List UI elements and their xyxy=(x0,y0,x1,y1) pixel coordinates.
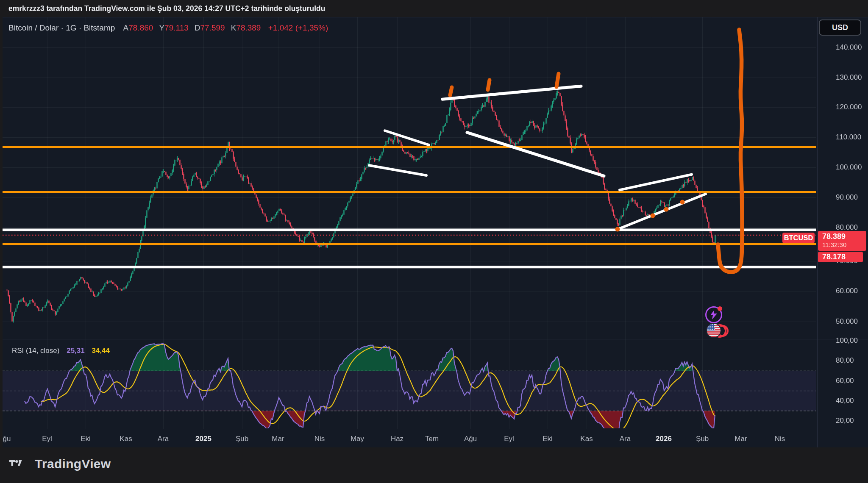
time-axis-label: Mar xyxy=(272,435,284,443)
time-axis-label: Mar xyxy=(734,435,747,443)
time-axis-label: Haz xyxy=(391,435,403,443)
price-axis-label: 110.000 xyxy=(836,133,861,142)
price-axis-label: 90.000 xyxy=(836,193,858,202)
change-value: +1.042 (+1,35%) xyxy=(268,23,328,32)
time-axis-label: Ara xyxy=(620,435,631,443)
rsi-title: RSI (14, close) xyxy=(12,347,59,355)
tradingview-brand[interactable]: TradingView xyxy=(9,457,111,471)
ohlc-value: 78.860 xyxy=(128,23,153,32)
attribution-text: emrkrzzz3 tarafından TradingView.com ile… xyxy=(8,4,325,13)
symbol-title: Bitcoin / Dolar · 1G · Bitstamp xyxy=(8,23,115,32)
time-axis-label: Tem xyxy=(425,435,439,443)
time-axis-label: ğu xyxy=(3,435,11,443)
currency-toggle-button[interactable]: USD xyxy=(819,19,861,36)
time-axis-label: Eki xyxy=(542,435,553,443)
symbol-price-tag: BTCUSD xyxy=(782,233,815,243)
symbol-legend: Bitcoin / Dolar · 1G · Bitstamp A78.860Y… xyxy=(8,23,328,33)
ohlc-value: 78.389 xyxy=(236,23,261,32)
rsi-legend: RSI (14, close) 25,31 34,44 xyxy=(12,347,110,355)
rsi-axis-label: 40,00 xyxy=(836,397,854,405)
time-axis-label: Kas xyxy=(120,435,132,443)
time-axis-label: Nis xyxy=(775,435,785,443)
time-axis-label: Kas xyxy=(580,435,593,443)
rsi-axis-label: 20,00 xyxy=(836,416,854,425)
last-price-tag: 78.389 11:32:30 xyxy=(818,231,866,251)
price-axis-label: 60.000 xyxy=(836,287,858,295)
rsi-axis-label: 60,00 xyxy=(836,377,854,385)
secondary-price-tag: 78.178 xyxy=(818,252,863,262)
price-axis-label: 130.000 xyxy=(836,73,862,82)
time-axis-label: Ağu xyxy=(464,435,477,443)
time-axis-label: Ara xyxy=(158,435,169,443)
tradingview-wordmark: TradingView xyxy=(35,457,111,471)
price-axis-label: 140.000 xyxy=(836,43,862,52)
notification-dot xyxy=(718,306,722,311)
ohlc-label: D xyxy=(195,23,200,32)
price-axis-label: 80.000 xyxy=(836,223,858,232)
last-price-value: 78.389 xyxy=(822,232,866,241)
rsi-value: 25,31 xyxy=(67,347,85,355)
time-axis-label: Nis xyxy=(314,435,325,443)
time-axis-label: Eki xyxy=(81,435,91,443)
ohlc-values: A78.860Y79.113D77.599K78.389 xyxy=(117,23,261,32)
tradingview-snapshot: emrkrzzz3 tarafından TradingView.com ile… xyxy=(0,0,868,483)
time-axis-label: Şub xyxy=(696,435,709,443)
rsi-axis-label: 100,00 xyxy=(836,336,858,345)
price-axis-label: 120.000 xyxy=(836,103,862,111)
time-axis-label: Eyl xyxy=(42,435,52,443)
time-axis-label: May xyxy=(351,435,364,443)
time-axis-label: Eyl xyxy=(504,435,514,443)
ohlc-label: K xyxy=(231,23,236,32)
price-axis-label: 50.000 xyxy=(836,317,858,326)
footer-bar: TradingView xyxy=(0,447,868,483)
ohlc-value: 79.113 xyxy=(164,23,189,32)
tradingview-logo-icon xyxy=(9,458,29,470)
lightning-reaction-icon[interactable] xyxy=(705,306,722,323)
price-axis-label: 100.000 xyxy=(836,163,862,172)
ohlc-label: Y xyxy=(159,23,164,32)
flag-canton xyxy=(707,324,715,330)
rsi-ma-value: 34,44 xyxy=(92,347,110,355)
us-flag-reaction-icon[interactable] xyxy=(706,323,728,338)
us-flag-icon xyxy=(706,323,721,338)
time-axis-label: 2025 xyxy=(195,435,211,443)
bar-countdown: 11:32:30 xyxy=(822,241,866,249)
time-axis-label: 2026 xyxy=(656,435,672,443)
rsi-axis-label: 80,00 xyxy=(836,356,854,365)
attribution-bar: emrkrzzz3 tarafından TradingView.com ile… xyxy=(8,0,325,17)
time-axis-label: Şub xyxy=(236,435,248,443)
ohlc-label: A xyxy=(123,23,129,32)
ohlc-value: 77.599 xyxy=(200,23,225,32)
lightning-bolt-icon xyxy=(710,310,718,319)
price-chart-canvas xyxy=(0,0,868,483)
